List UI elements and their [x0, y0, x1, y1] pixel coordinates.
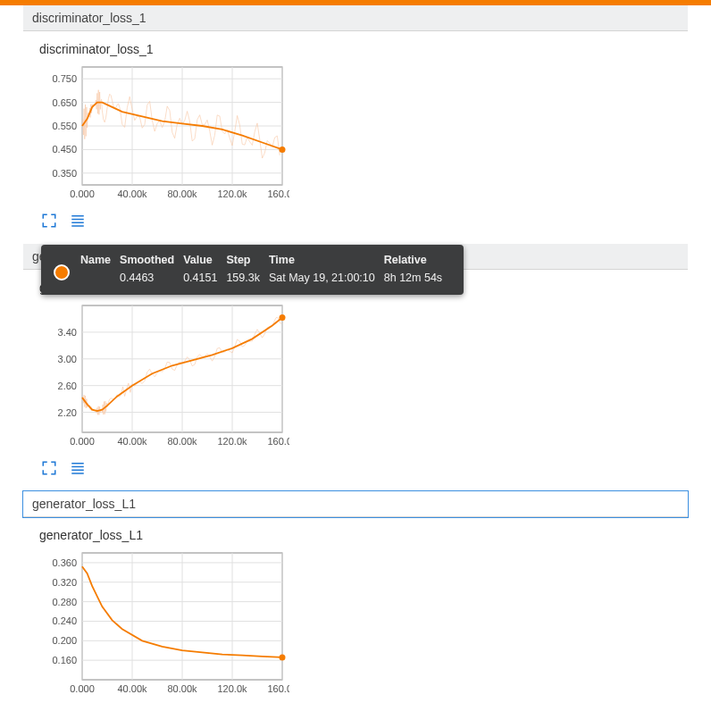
chart-toolbar: [41, 213, 688, 231]
svg-text:120.0k: 120.0k: [217, 683, 247, 694]
chart-toolbar: [41, 460, 688, 479]
tooltip-color-dot: [54, 264, 70, 280]
svg-text:40.00k: 40.00k: [117, 188, 147, 199]
svg-text:0.280: 0.280: [52, 597, 77, 607]
tooltip-value-value: 0.4151: [183, 270, 226, 286]
page: discriminator_loss_1 discriminator_loss_…: [0, 5, 688, 724]
svg-text:0.450: 0.450: [52, 144, 77, 155]
svg-text:40.00k: 40.00k: [117, 683, 147, 694]
tooltip-value-smoothed: 0.4463: [120, 270, 183, 286]
datapoint-tooltip: Name Smoothed Value Step Time Relative 0…: [41, 245, 464, 295]
svg-text:160.0k: 160.0k: [267, 436, 289, 447]
svg-text:160.0k: 160.0k: [267, 188, 289, 199]
svg-text:0.000: 0.000: [70, 436, 95, 447]
svg-text:0.320: 0.320: [52, 577, 77, 588]
svg-text:3.40: 3.40: [58, 327, 77, 338]
svg-text:0.650: 0.650: [52, 97, 77, 108]
chart-generator-loss-gan[interactable]: 2.202.603.003.400.00040.00k80.00k120.0k1…: [39, 300, 289, 452]
svg-text:0.000: 0.000: [70, 188, 95, 199]
svg-text:80.00k: 80.00k: [167, 436, 197, 447]
section-header-generator-loss-l1[interactable]: generator_loss_L1: [23, 491, 688, 517]
tooltip-header-time: Time: [269, 252, 384, 270]
svg-text:120.0k: 120.0k: [217, 436, 247, 447]
tooltip-value-time: Sat May 19, 21:00:10: [269, 270, 384, 286]
chart-discriminator-loss-1[interactable]: 0.3500.4500.5500.6500.7500.00040.00k80.0…: [39, 62, 289, 205]
svg-text:0.550: 0.550: [52, 121, 77, 131]
svg-text:80.00k: 80.00k: [167, 188, 197, 199]
tooltip-header-step: Step: [226, 252, 269, 270]
section-title: generator_loss_L1: [32, 497, 136, 511]
svg-text:3.00: 3.00: [58, 354, 77, 364]
svg-text:0.750: 0.750: [52, 73, 77, 84]
tooltip-value-name: [80, 270, 120, 286]
svg-text:0.240: 0.240: [52, 615, 77, 626]
chart-title: generator_loss_L1: [39, 528, 688, 542]
section-header-discriminator-loss-1[interactable]: discriminator_loss_1: [23, 5, 688, 31]
svg-point-21: [280, 146, 286, 153]
svg-text:0.360: 0.360: [52, 557, 77, 568]
section-title: discriminator_loss_1: [32, 11, 146, 25]
tooltip-header-name: Name: [80, 252, 120, 270]
tooltip-value-step: 159.3k: [226, 270, 269, 286]
tooltip-header-smoothed: Smoothed: [120, 252, 183, 270]
svg-text:0.350: 0.350: [52, 168, 77, 179]
svg-text:2.20: 2.20: [58, 407, 77, 418]
chart-block-discriminator-loss-1: discriminator_loss_1 0.3500.4500.5500.65…: [39, 42, 688, 231]
svg-text:0.200: 0.200: [52, 635, 77, 646]
list-icon[interactable]: [70, 213, 86, 231]
svg-text:40.00k: 40.00k: [117, 436, 147, 447]
chart-block-generator-loss-l1: generator_loss_L1 0.1600.2000.2400.2800.…: [39, 528, 688, 702]
tooltip-header-value: Value: [183, 252, 226, 270]
svg-point-45: [280, 314, 286, 321]
tooltip-header-relative: Relative: [384, 252, 451, 270]
svg-text:0.000: 0.000: [70, 683, 95, 694]
expand-icon[interactable]: [41, 460, 57, 479]
chart-block-generator-loss-gan: generator_loss_GAN 2.202.603.003.400.000…: [39, 280, 688, 479]
chart-generator-loss-l1[interactable]: 0.1600.2000.2400.2800.3200.3600.00040.00…: [39, 548, 289, 699]
svg-text:120.0k: 120.0k: [217, 188, 247, 199]
list-icon[interactable]: [70, 460, 86, 479]
svg-text:80.00k: 80.00k: [167, 683, 197, 694]
chart-title: discriminator_loss_1: [39, 42, 688, 56]
svg-text:0.160: 0.160: [52, 655, 77, 665]
expand-icon[interactable]: [41, 213, 57, 231]
svg-text:160.0k: 160.0k: [267, 683, 289, 694]
tooltip-table: Name Smoothed Value Step Time Relative 0…: [80, 252, 451, 286]
svg-text:2.60: 2.60: [58, 381, 77, 391]
tooltip-value-relative: 8h 12m 54s: [384, 270, 451, 286]
svg-point-73: [280, 654, 286, 660]
